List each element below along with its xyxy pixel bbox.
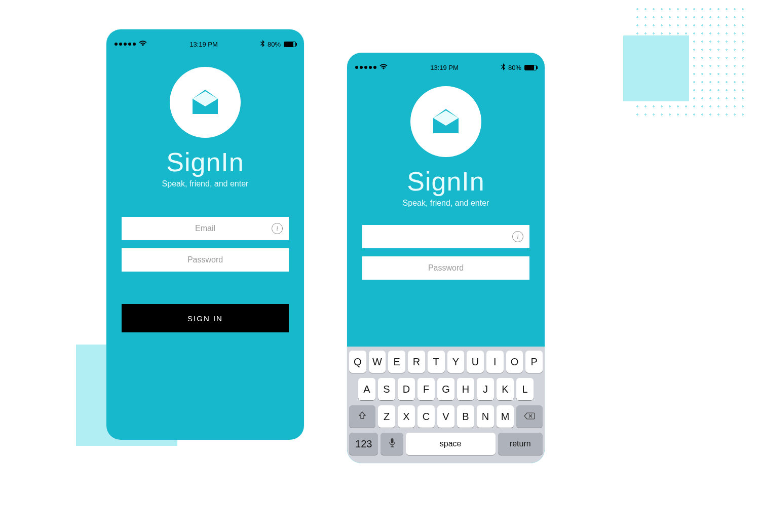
phone-mockup-keyboard: 13:19 PM 80% SignIn Speak, friend, and e… xyxy=(347,53,545,463)
decorative-square-small xyxy=(623,35,689,101)
wifi-icon xyxy=(379,64,388,71)
key-k[interactable]: K xyxy=(497,378,514,400)
key-o[interactable]: O xyxy=(506,351,523,373)
keyboard-row-1: QWERTYUIOP xyxy=(349,351,543,373)
key-shift[interactable] xyxy=(349,405,375,428)
key-g[interactable]: G xyxy=(437,378,454,400)
key-l[interactable]: L xyxy=(516,378,534,400)
key-p[interactable]: P xyxy=(525,351,543,373)
key-x[interactable]: X xyxy=(398,405,415,428)
phone-mockup-initial: 13:19 PM 80% SignIn Speak, friend, and e… xyxy=(106,29,304,440)
battery-icon xyxy=(524,65,537,70)
key-backspace[interactable] xyxy=(516,405,543,428)
keyboard-row-4: 123 space return xyxy=(349,433,543,455)
battery-icon xyxy=(284,42,296,47)
keyboard-row-3: ZXCVBNM xyxy=(349,405,543,428)
status-bar: 13:19 PM 80% xyxy=(106,29,304,52)
password-field-wrap xyxy=(362,256,529,280)
email-field-wrap: i xyxy=(362,225,529,248)
battery-pct: 80% xyxy=(508,64,521,71)
status-time: 13:19 PM xyxy=(189,41,218,48)
signal-dots-icon xyxy=(355,66,376,69)
microphone-icon xyxy=(389,438,396,450)
key-numeric[interactable]: 123 xyxy=(349,433,378,455)
battery-pct: 80% xyxy=(268,41,281,48)
key-b[interactable]: B xyxy=(457,405,474,428)
info-icon[interactable]: i xyxy=(512,231,523,242)
key-space[interactable]: space xyxy=(406,433,496,455)
status-bar: 13:19 PM 80% xyxy=(347,53,545,75)
key-s[interactable]: S xyxy=(378,378,395,400)
status-time: 13:19 PM xyxy=(430,64,459,71)
key-u[interactable]: U xyxy=(467,351,484,373)
onscreen-keyboard: QWERTYUIOP ASDFGHJKL ZXCVBNM 123 space r… xyxy=(347,347,545,463)
bluetooth-icon xyxy=(501,63,505,72)
app-logo-circle xyxy=(410,86,481,157)
keyboard-row-2: ASDFGHJKL xyxy=(349,378,543,400)
key-r[interactable]: R xyxy=(408,351,425,373)
signin-button[interactable]: SIGN IN xyxy=(122,304,289,332)
key-f[interactable]: F xyxy=(417,378,435,400)
key-e[interactable]: E xyxy=(388,351,405,373)
key-j[interactable]: J xyxy=(477,378,494,400)
shift-icon xyxy=(358,411,367,423)
bluetooth-icon xyxy=(260,40,264,49)
key-z[interactable]: Z xyxy=(378,405,395,428)
key-d[interactable]: D xyxy=(398,378,415,400)
key-return[interactable]: return xyxy=(498,433,543,455)
key-q[interactable]: Q xyxy=(349,351,366,373)
app-title: SignIn xyxy=(106,147,304,177)
key-i[interactable]: I xyxy=(486,351,504,373)
key-a[interactable]: A xyxy=(358,378,375,400)
password-field[interactable] xyxy=(362,256,529,280)
svg-rect-0 xyxy=(391,438,393,443)
app-subtitle: Speak, friend, and enter xyxy=(106,179,304,188)
signal-dots-icon xyxy=(115,43,136,46)
key-m[interactable]: M xyxy=(497,405,514,428)
app-logo-circle xyxy=(170,67,241,138)
key-t[interactable]: T xyxy=(428,351,445,373)
email-field-wrap: i xyxy=(122,217,289,240)
key-v[interactable]: V xyxy=(437,405,454,428)
email-field[interactable] xyxy=(122,217,289,240)
key-y[interactable]: Y xyxy=(447,351,465,373)
envelope-open-icon xyxy=(187,84,223,121)
backspace-icon xyxy=(524,411,535,423)
envelope-open-icon xyxy=(428,103,464,140)
password-field-wrap xyxy=(122,248,289,272)
key-h[interactable]: H xyxy=(457,378,474,400)
app-title: SignIn xyxy=(347,166,545,197)
info-icon[interactable]: i xyxy=(272,223,283,234)
key-mic[interactable] xyxy=(381,433,403,455)
wifi-icon xyxy=(139,41,147,48)
password-field[interactable] xyxy=(122,248,289,272)
app-subtitle: Speak, friend, and enter xyxy=(347,199,545,208)
key-c[interactable]: C xyxy=(417,405,435,428)
key-n[interactable]: N xyxy=(477,405,494,428)
key-w[interactable]: W xyxy=(369,351,386,373)
email-field[interactable] xyxy=(362,225,529,248)
